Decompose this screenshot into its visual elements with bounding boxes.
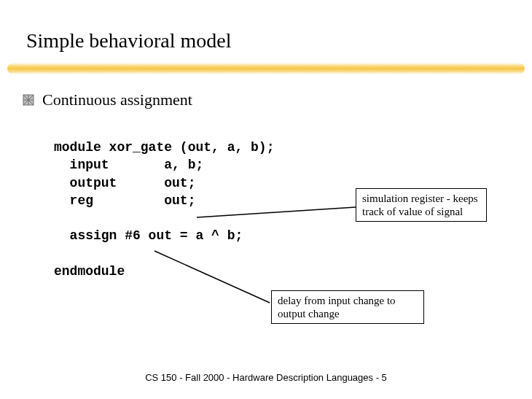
- svg-line-6: [197, 207, 356, 217]
- svg-line-7: [154, 251, 270, 303]
- slide: Simple behavioral model Continuous assig…: [0, 0, 532, 399]
- slide-footer: CS 150 - Fall 2000 - Hardware Descriptio…: [0, 372, 532, 383]
- annotation-delay: delay from input change to output change: [271, 290, 424, 324]
- annotation-sim-register: simulation register - keeps track of val…: [356, 188, 487, 222]
